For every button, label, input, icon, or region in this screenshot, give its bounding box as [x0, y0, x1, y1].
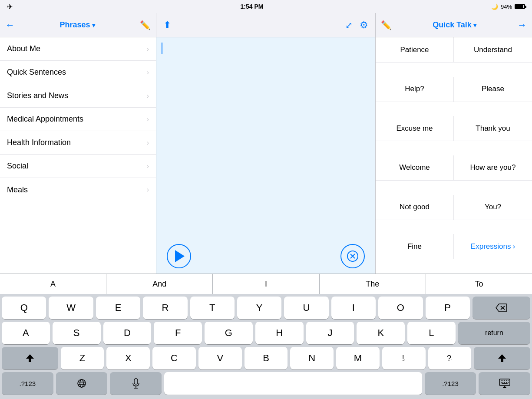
key-q[interactable]: Q [2, 297, 46, 319]
forward-icon[interactable]: → [517, 20, 527, 31]
number-symbol-key-left[interactable]: .?123 [2, 372, 53, 395]
nav-chevron-icon: › [147, 162, 149, 170]
quick-talk-patience[interactable]: Patience [376, 37, 454, 63]
quick-talk-understand[interactable]: Understand [454, 37, 532, 63]
gear-icon[interactable]: ⚙ [360, 20, 368, 31]
shift-key-left[interactable] [2, 347, 58, 369]
quick-talk-grid: Patience Understand Help? Please Excuse … [376, 37, 532, 274]
suggestion-i[interactable]: I [213, 274, 319, 294]
quick-talk-help[interactable]: Help? [376, 77, 454, 102]
text-cursor [162, 43, 162, 54]
svg-rect-12 [134, 379, 138, 384]
right-panel: ✏️ Quick Talk ▾ → Patience Understand He… [376, 13, 532, 274]
backspace-icon [495, 303, 507, 313]
key-w[interactable]: W [49, 297, 93, 319]
quick-talk-thank-you[interactable]: Thank you [454, 116, 532, 141]
key-f[interactable]: F [154, 322, 202, 344]
key-x[interactable]: X [106, 347, 150, 369]
key-m[interactable]: M [336, 347, 380, 369]
text-area-content[interactable] [156, 37, 375, 239]
status-bar-right: 🌙 94% [491, 3, 525, 10]
shift-icon-right [497, 353, 507, 363]
space-key[interactable] [164, 372, 422, 395]
airplane-icon: ✈ [7, 3, 13, 11]
top-area: ← Phrases ▾ ✏️ About Me › Quick Sentence… [0, 13, 532, 274]
quick-talk-not-good[interactable]: Not good [376, 195, 454, 220]
microphone-key[interactable] [110, 372, 162, 395]
play-icon [175, 250, 185, 262]
middle-panel: ⬆ ⤢ ⚙ [156, 13, 376, 274]
nav-chevron-icon: › [147, 139, 149, 147]
play-button[interactable] [167, 244, 191, 268]
middle-header: ⬆ ⤢ ⚙ [156, 13, 375, 37]
key-p[interactable]: P [426, 297, 470, 319]
key-c[interactable]: C [152, 347, 196, 369]
quick-talk-expressions[interactable]: Expressions › [454, 234, 532, 259]
moon-icon: 🌙 [491, 3, 498, 10]
key-e[interactable]: E [96, 297, 140, 319]
chevron-right-icon: › [512, 242, 515, 251]
quick-talk-welcome[interactable]: Welcome [376, 155, 454, 181]
key-s[interactable]: S [53, 322, 101, 344]
share-icon[interactable]: ⬆ [163, 20, 171, 31]
key-j[interactable]: J [306, 322, 354, 344]
key-b[interactable]: B [245, 347, 288, 369]
return-key[interactable]: return [458, 322, 530, 344]
quick-talk-you[interactable]: You? [454, 195, 532, 220]
left-header: ← Phrases ▾ ✏️ [0, 13, 156, 37]
nav-item-social[interactable]: Social › [0, 155, 156, 178]
nav-item-stories-news[interactable]: Stories and News › [0, 84, 156, 108]
nav-item-about-me[interactable]: About Me › [0, 37, 156, 61]
key-n[interactable]: N [290, 347, 334, 369]
right-edit-icon[interactable]: ✏️ [381, 20, 392, 30]
quick-talk-title[interactable]: Quick Talk ▾ [433, 20, 476, 30]
nav-chevron-icon: › [147, 45, 149, 53]
globe-key[interactable] [56, 372, 108, 395]
quick-talk-please[interactable]: Please [454, 77, 532, 102]
suggestion-a[interactable]: A [0, 274, 106, 294]
key-d[interactable]: D [103, 322, 152, 344]
key-question[interactable]: ?. [428, 347, 472, 369]
edit-icon[interactable]: ✏️ [140, 20, 151, 30]
key-o[interactable]: O [378, 297, 423, 319]
backspace-key[interactable] [473, 297, 530, 319]
key-v[interactable]: V [198, 347, 242, 369]
key-h[interactable]: H [255, 322, 304, 344]
key-exclamation[interactable]: !, [382, 347, 426, 369]
cancel-button[interactable] [340, 244, 365, 268]
bottom-buttons [156, 239, 375, 274]
suggestion-to[interactable]: To [426, 274, 532, 294]
key-z[interactable]: Z [61, 347, 104, 369]
key-a[interactable]: A [2, 322, 50, 344]
quick-talk-excuse-me[interactable]: Excuse me [376, 116, 454, 141]
quick-talk-how-are-you[interactable]: How are you? [454, 155, 532, 181]
quick-talk-fine[interactable]: Fine [376, 234, 454, 259]
key-t[interactable]: T [190, 297, 235, 319]
svg-point-9 [80, 379, 83, 387]
middle-header-icons: ⤢ ⚙ [345, 20, 368, 31]
status-bar-left: ✈ [7, 3, 13, 11]
back-icon[interactable]: ← [5, 20, 15, 31]
key-k[interactable]: K [357, 322, 405, 344]
hide-keyboard-key[interactable] [479, 372, 530, 395]
key-i[interactable]: I [331, 297, 376, 319]
suggestion-the[interactable]: The [320, 274, 426, 294]
chevron-down-icon: ▾ [473, 22, 476, 29]
nav-item-meals[interactable]: Meals › [0, 178, 156, 201]
expand-icon[interactable]: ⤢ [345, 20, 353, 30]
key-u[interactable]: U [284, 297, 328, 319]
nav-item-medical-appointments[interactable]: Medical Appointments › [0, 108, 156, 131]
svg-marker-3 [496, 304, 506, 312]
key-g[interactable]: G [205, 322, 253, 344]
nav-item-quick-sentences[interactable]: Quick Sentences › [0, 61, 156, 84]
keyboard-row-4: .?123 .?123 [2, 372, 530, 395]
svg-marker-27 [502, 386, 507, 388]
nav-item-health-information[interactable]: Health Information › [0, 131, 156, 155]
phrases-title[interactable]: Phrases ▾ [59, 20, 95, 30]
shift-key-right[interactable] [474, 347, 530, 369]
suggestion-and[interactable]: And [106, 274, 213, 294]
key-y[interactable]: Y [237, 297, 281, 319]
number-symbol-key-right[interactable]: .?123 [425, 372, 476, 395]
key-l[interactable]: L [407, 322, 456, 344]
key-r[interactable]: R [143, 297, 187, 319]
